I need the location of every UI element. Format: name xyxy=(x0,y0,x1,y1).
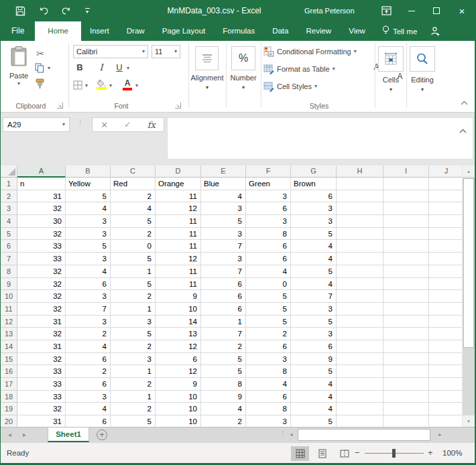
zoom-out-icon[interactable]: − xyxy=(355,443,360,464)
cell-C18[interactable]: 1 xyxy=(111,391,156,403)
tab-draw[interactable]: Draw xyxy=(118,21,154,41)
cell-D11[interactable]: 10 xyxy=(156,303,201,316)
new-sheet-button[interactable]: + xyxy=(97,429,107,440)
cell-G11[interactable]: 3 xyxy=(291,303,337,316)
cell-D3[interactable]: 12 xyxy=(156,202,201,215)
column-header-D[interactable]: D xyxy=(156,165,201,178)
minimize-button[interactable] xyxy=(400,0,423,21)
cell-I16[interactable] xyxy=(383,365,429,378)
cell-G4[interactable]: 3 xyxy=(291,215,337,228)
cell-C2[interactable]: 2 xyxy=(111,190,156,203)
normal-view-button[interactable] xyxy=(291,446,309,461)
cell-H6[interactable] xyxy=(337,240,383,253)
italic-button[interactable]: I xyxy=(97,62,105,72)
editing-button[interactable] xyxy=(410,46,435,72)
row-header-11[interactable]: 11 xyxy=(1,303,17,316)
row-header-3[interactable]: 3 xyxy=(1,202,17,215)
tab-data[interactable]: Data xyxy=(263,21,297,41)
cell-G13[interactable]: 3 xyxy=(291,328,337,340)
cell-D19[interactable]: 10 xyxy=(156,403,201,415)
cell-B3[interactable]: 4 xyxy=(66,202,111,215)
font-size-combo[interactable]: 11 ▾ xyxy=(152,45,180,58)
ribbon-display-options-icon[interactable] xyxy=(375,0,398,21)
cell-E15[interactable]: 5 xyxy=(201,353,246,366)
cell-J5[interactable] xyxy=(429,228,464,241)
cell-J1[interactable] xyxy=(429,178,464,190)
cell-A6[interactable]: 33 xyxy=(17,240,66,253)
cell-J4[interactable] xyxy=(429,215,464,228)
cell-H15[interactable] xyxy=(337,353,383,366)
page-break-preview-button[interactable] xyxy=(335,446,353,461)
cell-G14[interactable]: 6 xyxy=(291,340,337,353)
cell-A17[interactable]: 33 xyxy=(17,378,66,391)
cell-B6[interactable]: 5 xyxy=(66,240,111,253)
cell-C6[interactable]: 0 xyxy=(111,240,156,253)
scroll-right-icon[interactable]: ► xyxy=(438,427,442,442)
page-layout-view-button[interactable] xyxy=(313,446,331,461)
cell-B16[interactable]: 2 xyxy=(66,365,111,378)
row-header-17[interactable]: 17 xyxy=(1,378,17,391)
cell-H3[interactable] xyxy=(337,202,383,215)
cell-G3[interactable]: 3 xyxy=(291,202,337,215)
cell-H4[interactable] xyxy=(337,215,383,228)
cell-A5[interactable]: 32 xyxy=(17,228,66,241)
cell-J14[interactable] xyxy=(429,340,464,353)
cell-J19[interactable] xyxy=(429,403,464,415)
cell-F5[interactable]: 8 xyxy=(246,228,291,241)
cell-F20[interactable]: 3 xyxy=(246,415,291,427)
column-header-C[interactable]: C xyxy=(111,165,156,178)
cell-D13[interactable]: 13 xyxy=(156,328,201,340)
cell-I3[interactable] xyxy=(383,202,429,215)
insert-function-icon[interactable]: fx xyxy=(147,120,156,130)
fill-color-dropdown-arrow[interactable]: ▾ xyxy=(109,83,112,88)
cell-D7[interactable]: 12 xyxy=(156,253,201,265)
tab-view[interactable]: View xyxy=(340,21,374,41)
cell-J15[interactable] xyxy=(429,353,464,366)
cell-E6[interactable]: 7 xyxy=(201,240,246,253)
cell-H10[interactable] xyxy=(337,290,383,303)
column-header-E[interactable]: E xyxy=(201,165,246,178)
cell-I18[interactable] xyxy=(383,391,429,403)
cell-G18[interactable]: 4 xyxy=(291,391,337,403)
select-all-button[interactable] xyxy=(1,165,17,178)
conditional-formatting-button[interactable]: ≠ Conditional Formatting ▾ xyxy=(263,46,357,58)
row-header-1[interactable]: 1 xyxy=(1,178,17,190)
collapse-ribbon-icon[interactable] xyxy=(461,98,468,107)
cell-F15[interactable]: 3 xyxy=(246,353,291,366)
cell-D17[interactable]: 9 xyxy=(156,378,201,391)
cell-I1[interactable] xyxy=(383,178,429,190)
cell-D10[interactable]: 9 xyxy=(156,290,201,303)
cell-H20[interactable] xyxy=(337,415,383,427)
cell-H12[interactable] xyxy=(337,316,383,328)
borders-icon[interactable] xyxy=(73,80,82,90)
cell-F16[interactable]: 8 xyxy=(246,365,291,378)
cell-G10[interactable]: 7 xyxy=(291,290,337,303)
cell-H1[interactable] xyxy=(337,178,383,190)
font-dialog-launcher[interactable]: ↘ xyxy=(175,103,181,109)
cell-H13[interactable] xyxy=(337,328,383,340)
enter-icon[interactable]: ✓ xyxy=(124,120,131,129)
cell-E13[interactable]: 7 xyxy=(201,328,246,340)
cell-I20[interactable] xyxy=(383,415,429,427)
cell-C9[interactable]: 5 xyxy=(111,278,156,291)
cell-I15[interactable] xyxy=(383,353,429,366)
cell-J9[interactable] xyxy=(429,278,464,291)
cell-B19[interactable]: 4 xyxy=(66,403,111,415)
underline-button[interactable]: U xyxy=(115,62,124,72)
cell-B14[interactable]: 4 xyxy=(66,340,111,353)
font-color-icon[interactable]: A xyxy=(123,78,132,90)
cell-H14[interactable] xyxy=(337,340,383,353)
cell-I19[interactable] xyxy=(383,403,429,415)
cell-E3[interactable]: 3 xyxy=(201,202,246,215)
cell-B4[interactable]: 3 xyxy=(66,215,111,228)
cell-A11[interactable]: 32 xyxy=(17,303,66,316)
cell-E1[interactable]: Blue xyxy=(201,178,246,190)
cell-E2[interactable]: 4 xyxy=(201,190,246,203)
name-box-dropdown-arrow[interactable]: ▾ xyxy=(62,122,65,127)
cell-J11[interactable] xyxy=(429,303,464,316)
horizontal-scroll-thumb[interactable] xyxy=(298,429,430,441)
fill-color-icon[interactable] xyxy=(97,79,107,90)
cell-G7[interactable]: 4 xyxy=(291,253,337,265)
cell-F9[interactable]: 0 xyxy=(246,278,291,291)
cell-D18[interactable]: 10 xyxy=(156,391,201,403)
